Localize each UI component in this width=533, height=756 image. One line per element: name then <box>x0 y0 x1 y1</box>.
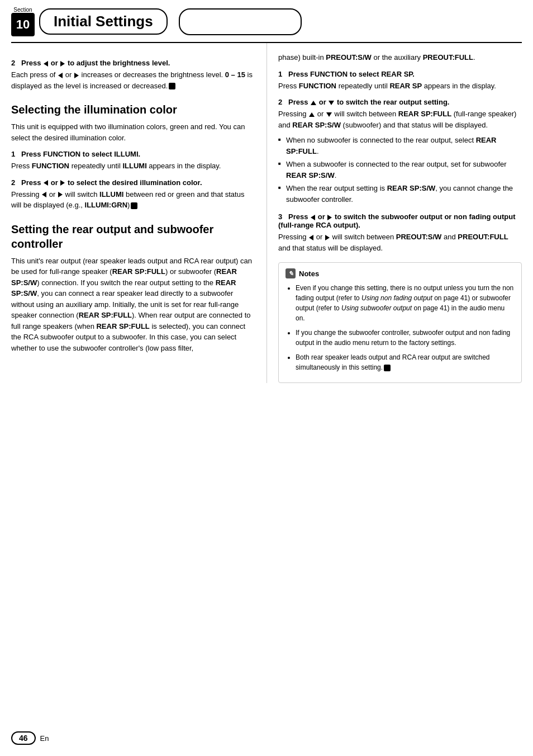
rear-step3-heading: 3 Press or to switch the subwoofer outpu… <box>278 212 522 229</box>
notes-title: ✎ Notes <box>285 268 515 278</box>
illumi-step1-body: Press FUNCTION repeatedly until ILLUMI a… <box>11 160 255 172</box>
illumination-section-title: Selecting the illumination color <box>11 102 255 117</box>
illumi-step1-heading: 1 Press FUNCTION to select ILLUMI. <box>11 150 255 158</box>
main-content: 2 Press or to adjust the brightness leve… <box>0 43 533 383</box>
right-column: phase) built-in PREOUT:S/W or the auxili… <box>266 43 522 383</box>
footer: 46 En <box>11 731 49 745</box>
bullet-2: When a subwoofer is connected to the rea… <box>278 159 522 181</box>
section-label: Section <box>13 7 32 13</box>
notes-label: Notes <box>299 270 319 278</box>
rear-output-section-title: Setting the rear output and subwoofer co… <box>11 222 255 251</box>
notes-icon: ✎ <box>285 268 296 278</box>
page: Section 10 Initial Settings 2 Press or t… <box>0 0 533 756</box>
rear-intro-continued: phase) built-in PREOUT:S/W or the auxili… <box>278 52 522 63</box>
page-number: 46 <box>11 731 36 745</box>
illumination-intro: This unit is equipped with two illuminat… <box>11 121 255 143</box>
note-item-2: If you change the subwoofer controller, … <box>296 328 515 348</box>
rear-output-intro: This unit's rear output (rear speaker le… <box>11 256 255 354</box>
step2-brightness-label: 2 Press or to adjust the brightness leve… <box>11 59 170 67</box>
note-item-3: Both rear speaker leads output and RCA r… <box>296 352 515 372</box>
rear-step1-heading: 1 Press FUNCTION to select REAR SP. <box>278 70 522 78</box>
illumi-step2-heading: 2 Press or to select the desired illumin… <box>11 178 255 187</box>
lang-label: En <box>40 734 49 743</box>
header: Section 10 Initial Settings <box>0 0 533 43</box>
rear-step2-heading: 2 Press or to switch the rear output set… <box>278 98 522 106</box>
bullet-3: When the rear output setting is REAR SP:… <box>278 183 522 205</box>
step2-brightness-heading: 2 Press or to adjust the brightness leve… <box>11 59 255 67</box>
page-title: Initial Settings <box>39 8 168 35</box>
section-number: 10 <box>11 13 35 36</box>
section-badge: Section 10 <box>11 7 35 36</box>
step2-brightness-body: Each press of or increases or decreases … <box>11 69 255 91</box>
illumi-step2-body: Pressing or will switch ILLUMI between r… <box>11 189 255 211</box>
notes-box: ✎ Notes Even if you change this setting,… <box>278 262 522 383</box>
header-right-pill <box>179 8 302 35</box>
notes-list: Even if you change this setting, there i… <box>285 283 515 372</box>
rear-step2-body: Pressing or will switch between REAR SP:… <box>278 108 522 130</box>
rear-step1-body: Press FUNCTION repeatedly until REAR SP … <box>278 81 522 92</box>
note-item-1: Even if you change this setting, there i… <box>296 283 515 323</box>
left-column: 2 Press or to adjust the brightness leve… <box>11 43 266 383</box>
bullet-1: When no subwoofer is connected to the re… <box>278 135 522 157</box>
rear-step3-body: Pressing or will switch between PREOUT:S… <box>278 231 522 253</box>
